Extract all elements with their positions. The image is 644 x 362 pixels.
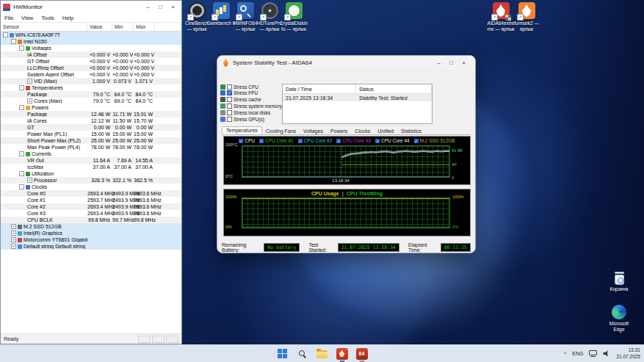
checkbox[interactable] [227,84,232,90]
table-row[interactable]: Package79.0 °C64.0 °C84.0 °C [1,91,181,98]
tray-chevron-icon[interactable]: ^ [564,351,566,356]
tab-unified[interactable]: Unified [374,128,397,134]
tab-powers[interactable]: Powers [327,128,351,134]
legend-checkbox-icon[interactable]: ✓ [239,139,243,143]
expand-toggle[interactable]: + [27,79,32,84]
stress-option-cpu[interactable]: Stress CPU [220,84,258,90]
hwmonitor-titlebar[interactable]: HWMonitor – □ × [1,1,181,13]
stress-option-fpu[interactable]: ✓Stress FPU [220,90,258,96]
table-row[interactable]: Core #12593.7 MHz2493.9 MHz2893.6 MHz [1,197,181,203]
table-row[interactable]: GT0.00 W0.00 W0.00 W [1,124,181,131]
expand-toggle[interactable]: - [19,85,24,90]
minimize-button[interactable]: – [142,2,154,12]
crystaldiskinfo-shortcut[interactable]: ↗CrystalDiskInfo — ярлык [279,2,308,32]
legend-checkbox-icon[interactable]: ✓ [336,139,341,143]
column-max[interactable]: Max [134,23,155,31]
table-row[interactable]: -Voltages [1,45,181,51]
menu-item-help[interactable]: Help [62,15,73,21]
tab-statistics[interactable]: Statistics [397,128,425,134]
expand-toggle[interactable]: + [11,237,16,242]
table-row[interactable]: IccMax37.00 A37.00 A37.00 A [1,164,181,170]
table-row[interactable]: -Intel N150 [1,38,181,45]
close-button[interactable]: × [167,2,179,12]
legend-checkbox-icon[interactable]: ✓ [375,139,380,143]
legend-item[interactable]: ✓CPU Core #3 [336,138,371,143]
tab-clocks[interactable]: Clocks [351,128,374,134]
table-row[interactable]: Short Power Max (PL2)25.00 W25.00 W25.00… [1,137,181,144]
expand-toggle[interactable]: + [11,224,16,229]
expand-toggle[interactable]: - [19,46,24,51]
expand-toggle[interactable]: - [19,105,24,110]
edge-shortcut[interactable]: Microsoft Edge [604,305,634,333]
table-row[interactable]: -Temperatures [1,84,181,91]
table-row[interactable]: -Utilization [1,170,181,177]
checkbox[interactable] [227,104,232,109]
furmark-shortcut[interactable]: ↗furmark2 — ярлык [512,2,541,32]
expand-toggle[interactable]: - [19,184,24,189]
checkbox[interactable] [227,117,232,122]
legend-item[interactable]: ✓CPU Core #2 [298,138,333,143]
checkbox[interactable] [227,110,232,115]
hwmonitor-64-taskbar-button[interactable]: 64 [355,347,369,361]
stress-option-gpu[interactable]: Stress GPU(s) [220,116,264,122]
legend-checkbox-icon[interactable]: ✓ [298,139,303,143]
maximize-button[interactable]: □ [154,2,167,12]
file-explorer-taskbar-button[interactable] [316,347,329,361]
table-row[interactable]: IA Offset+0.000 V+0.000 V+0.000 V [1,51,181,58]
expand-toggle[interactable]: - [19,151,24,156]
close-button[interactable]: × [457,57,470,68]
minimize-button[interactable]: – [433,57,445,68]
expand-toggle[interactable]: + [27,98,32,104]
expand-toggle[interactable]: + [27,178,32,183]
expand-toggle[interactable]: - [11,39,16,44]
taskbar-clock[interactable]: 13:31 21.07.2025 [616,347,640,359]
table-row[interactable]: Core #22693.4 MHz2493.9 MHz2893.6 MHz [1,203,181,210]
table-row[interactable]: +M.2 SSD 512GB [1,223,181,230]
table-row[interactable]: -Clocks [1,184,181,190]
table-row[interactable]: VR Out11.64 A7.69 A14.55 A [1,157,181,164]
table-row[interactable]: -WIN-IC67EAA5F7T [1,32,181,38]
table-row[interactable]: IA Cores12.12 W11.50 W15.70 W [1,117,181,124]
legend-item[interactable]: ✓CPU Core #4 [375,138,410,143]
tab-voltages[interactable]: Voltages [300,128,327,134]
table-row[interactable]: LLC/Ring Offset+0.000 V+0.000 V+0.000 V [1,65,181,71]
table-row[interactable]: +Intel(R) Graphics [1,230,181,236]
table-row[interactable]: Core #02693.4 MHz2493.9 MHz2893.6 MHz [1,190,181,197]
table-row[interactable]: CPU BCLK99.8 MHz99.7 MHz99.8 MHz [1,217,181,223]
expand-toggle[interactable]: - [3,32,8,37]
menu-item-view[interactable]: View [21,15,33,21]
expand-toggle[interactable]: + [11,231,16,236]
search-taskbar-button[interactable] [296,347,309,361]
legend-item[interactable]: ✓CPU [239,138,255,143]
language-indicator[interactable]: ENG [572,351,583,356]
checkbox[interactable] [227,97,232,102]
expand-toggle[interactable]: + [11,244,16,249]
table-row[interactable]: +Processor328.3 %322.1 %362.5 % [1,177,181,184]
legend-checkbox-icon[interactable]: ✓ [259,139,264,143]
menu-item-file[interactable]: File [4,15,13,21]
table-row[interactable]: System Agent Offset+0.000 V+0.000 V+0.00… [1,71,181,78]
table-row[interactable]: Core #32693.4 MHz2493.9 MHz2893.6 MHz [1,210,181,217]
column-value[interactable]: Value [87,23,112,31]
table-row[interactable]: -Currents [1,151,181,157]
table-row[interactable]: -Powers [1,104,181,111]
legend-checkbox-icon[interactable]: ✓ [414,139,419,143]
recycle-bin-shortcut[interactable]: Корзина [604,272,634,292]
network-icon[interactable] [589,350,597,357]
table-row[interactable]: +Default string Default string [1,243,181,250]
stress-option-memory[interactable]: Stress system memory [220,103,282,109]
table-row[interactable]: Power Max (PL1)15.00 W15.00 W15.00 W [1,131,181,137]
tab-temperatures[interactable]: Temperatures [222,126,262,134]
maximize-button[interactable]: □ [445,57,457,68]
table-row[interactable]: +Cores (Max)79.0 °C69.0 °C84.0 °C [1,98,181,104]
table-row[interactable]: GT Offset+0.000 V+0.000 V+0.000 V [1,58,181,65]
stress-option-disk[interactable]: Stress local disks [220,109,270,115]
table-row[interactable]: Package12.46 W11.71 W15.91 W [1,111,181,117]
tab-cooling-fans[interactable]: Cooling Fans [262,128,300,134]
aida64-titlebar[interactable]: System Stability Test - AIDA64 – □ × [217,56,475,69]
speaker-icon[interactable] [603,350,610,357]
legend-item[interactable]: ✓M.2 SSD 512GB [414,138,455,143]
checkbox[interactable]: ✓ [227,90,232,95]
column-min[interactable]: Min [112,23,134,31]
table-row[interactable]: +Motorcomm YT6801 Gigabit Et... [1,236,181,243]
